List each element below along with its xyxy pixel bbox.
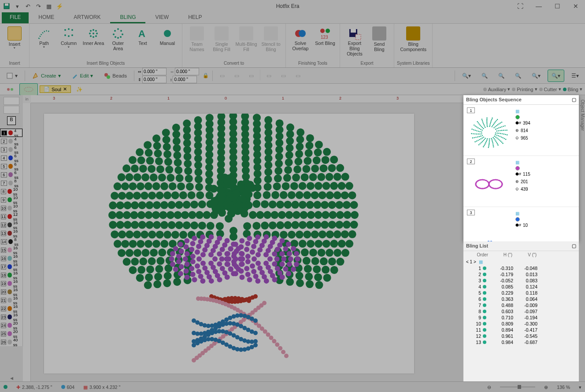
- zoom-slider[interactable]: [500, 386, 535, 388]
- bead-row[interactable]: 810 ss: [0, 187, 22, 196]
- sort-bling-button[interactable]: 123Sort Bling: [313, 26, 337, 60]
- mode-icon-2[interactable]: [4, 106, 19, 114]
- manual-button[interactable]: Manual: [156, 26, 179, 60]
- create-button[interactable]: Create▾: [29, 70, 64, 82]
- save-icon[interactable]: [2, 1, 11, 11]
- list-row[interactable]: 120.961-0.545: [463, 333, 579, 339]
- list-row[interactable]: 100.809-0.300: [463, 321, 579, 327]
- bead-row[interactable]: 36 ss: [0, 145, 22, 154]
- list-tool[interactable]: ☰▾: [568, 70, 582, 82]
- view-mode-2[interactable]: [19, 83, 38, 96]
- bold-toggle[interactable]: B: [7, 116, 16, 125]
- bead-row[interactable]: 1316 ss: [0, 229, 22, 237]
- zoom-level[interactable]: 136 %: [557, 385, 570, 390]
- panel-pin-icon-2[interactable]: ▢: [572, 243, 576, 249]
- sequence-item[interactable]: 1 ▦ ⬢# 394 ⊛ 814 ⊙ 965: [463, 105, 579, 156]
- canvas[interactable]: [31, 103, 463, 381]
- zoom-tool-4[interactable]: 🔍: [511, 70, 525, 82]
- printing-toggle[interactable]: Printing▾: [512, 86, 537, 92]
- bead-row[interactable]: 1816 ss: [0, 271, 22, 279]
- panel-pin-icon[interactable]: ▢: [572, 97, 576, 103]
- list-row[interactable]: 1-0.310-0.048: [463, 265, 579, 271]
- bolt-icon[interactable]: ⚡: [55, 1, 64, 11]
- bead-row[interactable]: 2216 ss: [0, 304, 22, 313]
- list-row[interactable]: 3-0.0520.083: [463, 277, 579, 284]
- h-input[interactable]: [173, 76, 197, 83]
- bead-row[interactable]: 14 ss: [0, 129, 22, 137]
- path-button[interactable]: Path˅: [32, 26, 56, 60]
- bead-row[interactable]: 148 ss: [0, 237, 22, 246]
- zoom-tool-3[interactable]: 🔍: [495, 70, 508, 82]
- tab-help[interactable]: HELP: [178, 12, 211, 23]
- collapse-icon[interactable]: ◂: [10, 374, 13, 381]
- zoom-out-button[interactable]: ⊖: [487, 385, 491, 390]
- bead-row[interactable]: 46 ss: [0, 154, 22, 162]
- bead-row[interactable]: 1516 ss: [0, 246, 22, 254]
- sequence-item[interactable]: 2 ▦ ⬢# 115 ⊛ 201 ⊙ 439: [463, 156, 579, 207]
- list-row[interactable]: 50.2290.118: [463, 290, 579, 296]
- list-row[interactable]: 70.488-0.009: [463, 302, 579, 308]
- inner-area-button[interactable]: Inner Area: [81, 26, 105, 60]
- new-doc-icon[interactable]: ✨: [73, 83, 86, 96]
- bead-row[interactable]: 1716 ss: [0, 263, 22, 271]
- bead-row[interactable]: 1616 ss: [0, 254, 22, 263]
- y-input[interactable]: [142, 76, 167, 83]
- tab-bling[interactable]: BLING: [110, 12, 145, 23]
- bead-row[interactable]: 910 ss: [0, 196, 22, 204]
- undo-icon[interactable]: ↶: [23, 1, 33, 11]
- list-row[interactable]: 60.3630.064: [463, 296, 579, 302]
- w-input[interactable]: [175, 68, 199, 75]
- text-button[interactable]: AText: [131, 26, 155, 60]
- auxiliary-toggle[interactable]: Auxiliary▾: [483, 86, 511, 92]
- bead-row[interactable]: 1010 ss: [0, 204, 22, 212]
- redo-icon[interactable]: ↷: [33, 1, 43, 11]
- bead-row[interactable]: 1112 ss: [0, 212, 22, 221]
- list-row[interactable]: 80.603-0.097: [463, 308, 579, 314]
- layers-icon[interactable]: ▦: [44, 1, 54, 11]
- zoom-tool-5[interactable]: 🔍▾: [528, 70, 544, 82]
- edit-button[interactable]: Edit▾: [68, 70, 97, 82]
- send-bling-button[interactable]: Send Bling: [367, 26, 391, 60]
- zoom-in-button[interactable]: ⊕: [544, 385, 548, 390]
- list-row[interactable]: 130.984-0.687: [463, 339, 579, 345]
- cutter-toggle[interactable]: Cutter▾: [539, 86, 561, 92]
- tab-file[interactable]: FILE: [2, 12, 29, 23]
- bead-row[interactable]: 56 ss: [0, 162, 22, 170]
- close-tab-icon[interactable]: ✕: [63, 86, 67, 92]
- sequence-item[interactable]: 3 ▦ ⬢# 10: [463, 207, 579, 241]
- beads-button[interactable]: Beads: [100, 70, 130, 82]
- x-input[interactable]: [142, 68, 167, 75]
- maximize-icon[interactable]: ☐: [548, 0, 566, 12]
- zoom-tool-1[interactable]: 🔍▾: [459, 70, 474, 82]
- bling-components-button[interactable]: Bling Components: [401, 26, 425, 60]
- insert-button[interactable]: Insert˅: [3, 26, 26, 60]
- solve-overlap-button[interactable]: Solve Overlap: [289, 26, 312, 60]
- bead-row[interactable]: 2116 ss: [0, 296, 22, 304]
- close-icon[interactable]: ✕: [566, 0, 585, 12]
- bead-row[interactable]: 2316 ss: [0, 313, 22, 321]
- list-row[interactable]: 90.710-0.194: [463, 314, 579, 321]
- bead-row[interactable]: 66 ss: [0, 170, 22, 179]
- bling-toggle[interactable]: Bling▾: [563, 86, 582, 92]
- column-button[interactable]: Column˅: [57, 26, 81, 60]
- tab-artwork[interactable]: ARTWORK: [64, 12, 110, 23]
- view-mode-1[interactable]: [3, 83, 18, 96]
- list-row[interactable]: 110.894-0.417: [463, 327, 579, 333]
- bead-row[interactable]: 1216 ss: [0, 221, 22, 229]
- bead-row[interactable]: 78 ss: [0, 179, 22, 187]
- dropdown-icon[interactable]: ▾: [12, 1, 22, 11]
- bead-row[interactable]: 1916 ss: [0, 279, 22, 288]
- minimize-icon[interactable]: —: [529, 0, 548, 12]
- tab-home[interactable]: HOME: [29, 12, 64, 23]
- list-row[interactable]: 2-0.1790.013: [463, 271, 579, 277]
- bead-row[interactable]: 2016 ss: [0, 288, 22, 296]
- side-tab[interactable]: Object Manager: [580, 98, 585, 379]
- fullscreen-icon[interactable]: ⛶: [511, 0, 529, 12]
- zoom-tool-6[interactable]: 🔍▾: [548, 70, 564, 82]
- doc-dropdown[interactable]: ▾: [3, 70, 21, 82]
- bead-row[interactable]: 2640 ss: [0, 338, 22, 346]
- tab-view[interactable]: VIEW: [145, 12, 178, 23]
- document-tab[interactable]: 📄Soul✕: [40, 85, 71, 93]
- list-group[interactable]: < 1 >: [466, 259, 476, 264]
- bead-row[interactable]: 24 ss: [0, 137, 22, 145]
